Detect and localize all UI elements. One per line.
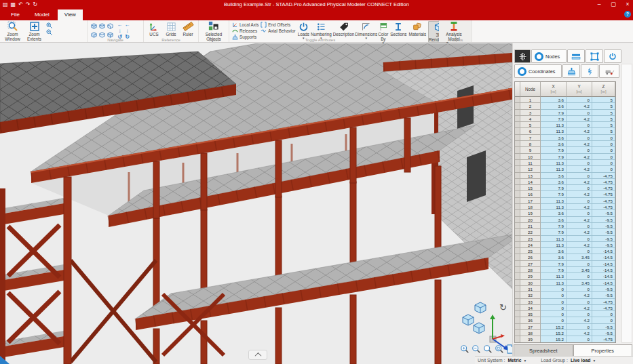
table-row[interactable]: 13.605 xyxy=(515,97,615,103)
table-row[interactable]: 253.60-14.5 xyxy=(515,248,615,254)
node-id-cell[interactable]: 29 xyxy=(520,273,541,279)
coordinate-cell[interactable]: 4.2 xyxy=(567,141,592,147)
dimensions-button[interactable]: Dimensions ▾ xyxy=(356,21,376,39)
node-id-cell[interactable]: 1 xyxy=(520,97,541,103)
table-row[interactable]: 97.900 xyxy=(515,147,615,153)
coordinate-cell[interactable]: 7.9 xyxy=(541,267,567,273)
node-id-cell[interactable]: 11 xyxy=(520,160,541,166)
coordinate-cell[interactable]: 0 xyxy=(541,299,567,305)
coordinate-cell[interactable]: -4.75 xyxy=(592,305,615,311)
coordinate-cell[interactable]: 3.6 xyxy=(541,135,567,141)
table-row[interactable]: 167.94.2-4.75 xyxy=(515,191,615,197)
coordinate-cell[interactable]: -4.75 xyxy=(592,204,615,210)
coordinate-cell[interactable]: 4.2 xyxy=(567,191,592,197)
coordinate-cell[interactable]: 11.3 xyxy=(541,128,567,134)
coordinate-cell[interactable]: 0 xyxy=(567,261,592,267)
node-id-cell[interactable]: 32 xyxy=(520,292,541,298)
ucs-button[interactable]: UCS xyxy=(147,21,161,37)
table-row[interactable]: 83.64.20 xyxy=(515,141,615,147)
table-row[interactable]: 3915.20-4.75 xyxy=(515,336,615,342)
coordinate-cell[interactable]: -4.75 xyxy=(592,185,615,191)
node-id-cell[interactable]: 7 xyxy=(520,135,541,141)
coordinate-cell[interactable]: -9.5 xyxy=(592,286,615,292)
coordinate-cell[interactable]: -14.5 xyxy=(592,273,615,279)
viewport-collapse-button[interactable] xyxy=(248,350,267,360)
node-id-cell[interactable]: 15 xyxy=(520,185,541,191)
table-row[interactable]: 193.60-9.5 xyxy=(515,210,615,216)
node-id-cell[interactable]: 26 xyxy=(520,254,541,260)
coordinate-cell[interactable]: 0 xyxy=(567,160,592,166)
row-handle[interactable] xyxy=(515,141,520,147)
table-row[interactable]: 37.905 xyxy=(515,110,615,116)
coordinate-cell[interactable]: 4.2 xyxy=(567,217,592,223)
row-handle[interactable] xyxy=(515,166,520,172)
row-handle[interactable] xyxy=(515,110,520,116)
coordinate-cell[interactable]: 0 xyxy=(567,185,592,191)
coordinate-cell[interactable]: 15.2 xyxy=(541,336,567,342)
node-id-cell[interactable]: 22 xyxy=(520,229,541,235)
coordinate-cell[interactable]: 4.2 xyxy=(567,204,592,210)
coordinate-cell[interactable]: 3.6 xyxy=(541,210,567,216)
node-id-cell[interactable]: 25 xyxy=(520,248,541,254)
row-handle[interactable] xyxy=(515,299,520,305)
maximize-button[interactable]: ▢ xyxy=(609,0,617,9)
unit-system-value[interactable]: Metric xyxy=(507,358,521,363)
view-top-icon[interactable] xyxy=(98,22,106,31)
row-handle[interactable] xyxy=(515,217,520,223)
row-handle[interactable] xyxy=(515,286,520,292)
node-id-cell[interactable]: 30 xyxy=(520,280,541,286)
coordinate-cell[interactable]: 15.2 xyxy=(541,324,567,330)
coordinate-cell[interactable]: 0 xyxy=(567,210,592,216)
coordinate-cell[interactable]: 7.9 xyxy=(541,223,567,229)
node-id-cell[interactable]: 9 xyxy=(520,147,541,153)
row-handle[interactable] xyxy=(515,236,520,242)
rotate-view-icon[interactable]: ↻ xyxy=(499,302,507,312)
node-id-cell[interactable]: 24 xyxy=(520,242,541,248)
coordinate-cell[interactable]: 5 xyxy=(592,128,615,134)
coordinate-cell[interactable]: 3.45 xyxy=(567,280,592,286)
close-button[interactable]: × xyxy=(624,0,632,9)
coordinate-cell[interactable]: 11.3 xyxy=(541,122,567,128)
coordinate-cell[interactable]: -4.75 xyxy=(592,336,615,342)
coordinate-cell[interactable]: 7.9 xyxy=(541,154,567,160)
node-id-cell[interactable]: 2 xyxy=(520,103,541,109)
node-id-cell[interactable]: 23 xyxy=(520,236,541,242)
tab-spreadsheet[interactable]: Spreadsheet xyxy=(514,344,573,357)
coordinate-cell[interactable]: 4.2 xyxy=(567,116,592,122)
table-row[interactable]: 3715.20-9.5 xyxy=(515,324,615,330)
coordinate-cell[interactable]: 11.3 xyxy=(541,236,567,242)
node-id-cell[interactable]: 28 xyxy=(520,267,541,273)
coordinate-cell[interactable]: -9.5 xyxy=(592,223,615,229)
table-row[interactable]: 1111.300 xyxy=(515,160,615,166)
table-row[interactable]: 47.94.25 xyxy=(515,116,615,122)
table-row[interactable]: 157.90-4.75 xyxy=(515,185,615,191)
coordinate-cell[interactable]: -14.5 xyxy=(592,267,615,273)
zoom-extents-button[interactable]: Zoom Extents xyxy=(24,21,44,41)
coordinate-cell[interactable]: 0 xyxy=(567,336,592,342)
table-row[interactable]: 3604.20 xyxy=(515,317,615,323)
coordinate-cell[interactable]: 3.6 xyxy=(541,103,567,109)
coordinate-cell[interactable]: 3.45 xyxy=(567,254,592,260)
minimize-button[interactable]: – xyxy=(595,0,603,9)
loads-button[interactable]: Loads ▾ xyxy=(298,21,309,39)
materials-button[interactable]: Materials xyxy=(409,21,427,37)
coordinate-cell[interactable]: -9.5 xyxy=(592,217,615,223)
coordinate-cell[interactable]: 4.2 xyxy=(567,229,592,235)
row-handle[interactable] xyxy=(515,254,520,260)
row-handle[interactable] xyxy=(515,261,520,267)
tab-properties[interactable]: Properties xyxy=(573,344,633,357)
coordinate-cell[interactable]: 0 xyxy=(567,311,592,317)
coordinate-cell[interactable]: 0 xyxy=(541,286,567,292)
node-id-cell[interactable]: 19 xyxy=(520,210,541,216)
tab-view[interactable]: View xyxy=(58,9,83,20)
save-icon[interactable]: ▦ xyxy=(11,0,16,9)
coordinate-cell[interactable]: 0 xyxy=(567,236,592,242)
coordinate-cell[interactable]: 0 xyxy=(567,223,592,229)
coordinate-cell[interactable]: 4.2 xyxy=(567,179,592,185)
row-handle[interactable] xyxy=(515,128,520,134)
table-row[interactable]: 511.305 xyxy=(515,122,615,128)
row-handle[interactable] xyxy=(515,116,520,122)
coordinate-cell[interactable]: 0 xyxy=(541,292,567,298)
table-row[interactable]: 2411.34.2-9.5 xyxy=(515,242,615,248)
coordinate-cell[interactable]: 0 xyxy=(567,198,592,204)
